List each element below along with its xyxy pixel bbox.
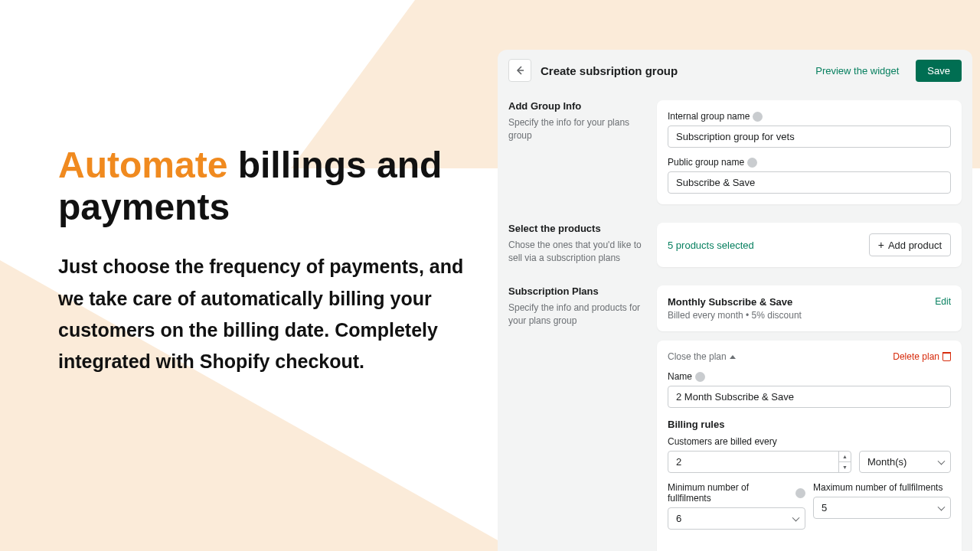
plans-sub: Specify the info and products for your p…	[508, 302, 646, 328]
hero-title-accent: Automate	[58, 145, 227, 185]
monthly-plan-name: Monthly Subscribe & Save	[668, 296, 802, 308]
stepper-down-icon[interactable]: ▼	[839, 462, 851, 472]
internal-name-label: Internal group name	[668, 111, 750, 122]
public-name-label: Public group name	[668, 157, 744, 168]
subscription-plans-section: Subscription Plans Specify the info and …	[498, 276, 972, 551]
close-plan-label: Close the plan	[668, 351, 727, 362]
edit-plan-link[interactable]: Edit	[935, 296, 951, 307]
hero-body: Just choose the frequency of payments, a…	[58, 251, 472, 377]
billing-rules-heading: Billing rules	[668, 419, 951, 430]
arrow-left-icon	[514, 64, 526, 77]
max-fulfillments-label: Maximum number of fullfilments	[813, 482, 942, 493]
billed-every-label: Customers are billed every	[668, 436, 777, 447]
group-info-sub: Specify the info for your plans group	[508, 116, 646, 142]
internal-name-input[interactable]	[668, 126, 951, 148]
max-fulfillments-select[interactable]: 5	[813, 497, 951, 519]
save-button[interactable]: Save	[916, 60, 962, 82]
min-fulfillments-label: Minimum number of fullfilments	[668, 482, 792, 504]
hero-title: Automate billings and payments	[58, 144, 472, 228]
products-selected-text: 5 products selected	[668, 240, 754, 251]
help-icon[interactable]	[795, 488, 805, 498]
panel-header: Create subsription group Preview the wid…	[498, 50, 972, 91]
help-icon[interactable]	[695, 372, 705, 382]
chevron-up-icon	[730, 355, 736, 359]
plus-icon: +	[878, 239, 884, 251]
delete-plan-button[interactable]: Delete plan	[893, 351, 951, 362]
add-product-label: Add product	[888, 240, 942, 251]
add-product-button[interactable]: + Add product	[869, 233, 951, 256]
close-plan-toggle[interactable]: Close the plan	[668, 351, 736, 362]
group-info-heading: Add Group Info	[508, 100, 646, 112]
delete-plan-label: Delete plan	[893, 351, 939, 362]
panel-title: Create subsription group	[541, 64, 806, 77]
products-heading: Select the products	[508, 223, 646, 234]
products-sub: Chose the ones that you'd like to sell v…	[508, 239, 646, 265]
hero-copy: Automate billings and payments Just choo…	[58, 144, 472, 377]
min-fulfillments-select[interactable]: 6	[668, 507, 805, 530]
add-group-info-section: Add Group Info Specify the info for your…	[498, 91, 972, 214]
stepper-up-icon[interactable]: ▲	[839, 452, 851, 462]
help-icon[interactable]	[753, 112, 763, 122]
trash-icon	[942, 352, 951, 361]
help-icon[interactable]	[747, 158, 757, 168]
billed-every-input[interactable]	[668, 451, 851, 473]
plans-heading: Subscription Plans	[508, 285, 646, 297]
back-button[interactable]	[508, 59, 531, 82]
billed-unit-select[interactable]: Month(s)	[859, 451, 951, 473]
public-name-input[interactable]	[668, 171, 951, 194]
monthly-plan-meta: Billed every month • 5% discount	[668, 310, 802, 321]
plan-name-input[interactable]	[668, 386, 951, 408]
preview-widget-link[interactable]: Preview the widget	[815, 65, 899, 77]
quantity-stepper[interactable]: ▲ ▼	[838, 452, 851, 472]
select-products-section: Select the products Chose the ones that …	[498, 214, 972, 276]
subscription-panel: Create subsription group Preview the wid…	[498, 50, 972, 551]
plan-name-label: Name	[668, 371, 692, 382]
